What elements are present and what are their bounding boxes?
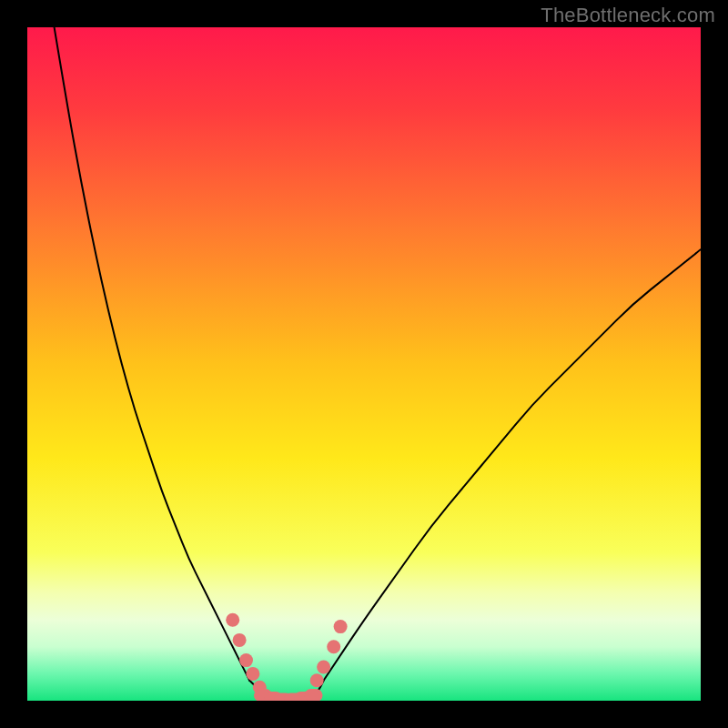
chart-frame: TheBottleneck.com (0, 0, 728, 728)
right-highlight-dot (317, 661, 330, 674)
right-highlight-dot (310, 673, 324, 687)
chart-svg (27, 27, 701, 701)
gradient-background (27, 27, 701, 701)
left-highlight-dot (226, 613, 239, 627)
right-highlight-dot (334, 620, 348, 633)
watermark-text: TheBottleneck.com (541, 4, 715, 27)
right-highlight-dot (327, 640, 340, 653)
plot-area (27, 27, 701, 701)
left-highlight-dot (233, 633, 247, 647)
left-highlight-dot (239, 653, 253, 667)
floor-highlight (305, 689, 323, 701)
left-highlight-dot (246, 667, 259, 681)
